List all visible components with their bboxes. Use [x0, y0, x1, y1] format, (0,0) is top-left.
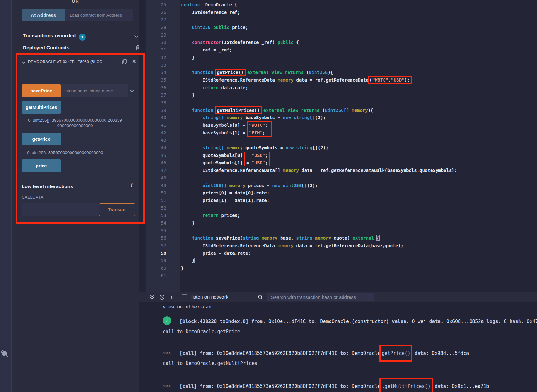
line-number: 59 — [150, 257, 166, 265]
terminal-log-line[interactable]: ✓[block:438228 txIndex:0] from: 0x10e...… — [163, 316, 537, 325]
call-badge-icon: CALL — [163, 381, 180, 388]
transactions-count-badge: 1 — [79, 34, 86, 41]
trash-icon[interactable] — [135, 45, 139, 51]
getprice-function-button[interactable]: getPrice — [22, 133, 61, 145]
terminal-log-line[interactable]: view on etherscan — [163, 304, 212, 310]
code-line: 27 — [139, 16, 537, 24]
deployed-contract-card: DEMOORACLE AT 0X47F...F8080 (BLOC ✕ save… — [18, 56, 138, 222]
line-number: 27 — [150, 16, 166, 24]
code-line: 25contract DemoOracle { — [139, 1, 537, 9]
code-line: 29 — [139, 31, 537, 39]
code-line: 49 uint256[] memory prices = new uint256… — [139, 182, 537, 190]
chevron-down-icon[interactable] — [134, 34, 139, 39]
transactions-recorded-row: Transactions recorded1 — [23, 33, 134, 40]
call-badge-icon: CALL — [163, 348, 180, 355]
line-number: 34 — [150, 69, 166, 77]
code-line: 47 IStdReference.ReferenceData[] memory … — [139, 167, 537, 174]
annotation-box: getPrice() — [215, 69, 246, 76]
annotation-box: "ETH"; — [247, 128, 272, 137]
load-contract-address-input[interactable] — [65, 9, 133, 21]
getmultiprices-output: 0: uint256[]: 39567000000000000000000,26… — [27, 118, 123, 128]
line-number: 39 — [150, 107, 166, 114]
line-number: 33 — [150, 62, 166, 69]
close-icon[interactable]: ✕ — [132, 58, 136, 64]
terminal-log-line[interactable]: CALL[call] from: 0x10e8ddeCA8185573e5926… — [163, 381, 489, 389]
line-number: 38 — [150, 99, 166, 107]
contract-instance-title: DEMOORACLE AT 0X47F...F8080 (BLOC — [28, 60, 108, 64]
contract-card-header[interactable]: DEMOORACLE AT 0X47F...F8080 (BLOC ✕ — [18, 59, 138, 66]
clear-console-icon[interactable] — [159, 294, 165, 300]
annotation-box: .getMultiPrices() — [379, 378, 433, 392]
listen-on-network-label: listen on network — [191, 294, 228, 300]
code-line: 54 } — [139, 220, 537, 227]
deploy-run-panel: OR At Address Transactions recorded1 Dep… — [12, 0, 139, 392]
code-line: 35 IStdReference.ReferenceData memory da… — [139, 77, 537, 84]
deployed-contracts-row: Deployed Contracts — [23, 45, 137, 52]
line-number: 45 — [150, 152, 166, 159]
info-icon[interactable]: i — [131, 182, 132, 188]
code-line: 36 return data.rate; — [139, 84, 537, 92]
code-line: 58 price = data.rate; — [139, 250, 537, 257]
divider — [22, 180, 123, 180]
code-line: 52 — [139, 205, 537, 212]
code-line: 28 uint256 public price; — [139, 24, 537, 31]
line-number: 37 — [150, 91, 166, 99]
getmultiprices-function-button[interactable]: getMultiPrices — [22, 101, 61, 114]
line-number: 61 — [150, 272, 166, 280]
code-line: 51 prices[1] = data[1].rate; — [139, 197, 537, 205]
success-check-icon: ✓ — [163, 316, 171, 325]
terminal-log[interactable]: view on etherscan ✓[block:438228 txIndex… — [139, 302, 537, 392]
line-number: 40 — [150, 114, 166, 122]
low-level-interactions-title: Low level interactions — [22, 184, 73, 189]
code-line: 26 IStdReference ref; — [139, 9, 537, 17]
code-line: 30 constructor(IStdReference _ref) publi… — [139, 39, 537, 46]
code-line: 59 } — [139, 257, 537, 265]
terminal-search-input[interactable] — [267, 293, 374, 301]
code-line: 38 — [139, 99, 537, 107]
code-line: 33 — [139, 62, 537, 69]
terminal-log-line[interactable]: CALL[call] from: 0x10e8ddeCA8185573e5926… — [163, 348, 469, 356]
chevron-down-icon[interactable] — [21, 60, 26, 65]
line-number: 32 — [150, 54, 166, 62]
at-address-button[interactable]: At Address — [22, 9, 65, 21]
remix-ide-window: OR At Address Transactions recorded1 Dep… — [0, 0, 537, 392]
transactions-recorded-label: Transactions recorded — [23, 33, 76, 38]
line-number: 54 — [150, 220, 166, 227]
code-line: 50 prices[0] = data[0].rate; — [139, 189, 537, 197]
terminal-log-line[interactable]: call to DemoOracle.getPrice — [163, 329, 240, 335]
line-number: 57 — [150, 242, 166, 250]
code-line: 43 — [139, 137, 537, 144]
saveprice-args-input[interactable] — [61, 84, 128, 97]
listen-on-network-checkbox[interactable] — [182, 294, 187, 300]
deployed-contracts-label: Deployed Contracts — [23, 45, 69, 50]
code-line: 45 quoteSymbols[0] = "USD"; — [139, 152, 537, 159]
line-number: 49 — [150, 182, 166, 190]
annotation-box: getMultiPrices() — [215, 106, 262, 114]
collapse-terminal-icon[interactable] — [150, 294, 154, 300]
code-line: 48 — [139, 174, 537, 182]
line-number: 30 — [150, 39, 166, 46]
plugin-manager-icon[interactable] — [0, 347, 11, 360]
code-line: 61 — [139, 272, 537, 280]
code-line: 56 function savePrice(string memory base… — [139, 234, 537, 242]
line-number: 35 — [150, 77, 166, 84]
transact-button[interactable]: Transact — [99, 203, 135, 216]
line-number: 28 — [150, 24, 166, 31]
line-number: 41 — [150, 122, 166, 129]
line-number: 25 — [150, 1, 166, 9]
code-line: 57 IStdReference.ReferenceData memory da… — [139, 242, 537, 250]
terminal-log-line[interactable]: call to DemoOracle.getMultiPrices — [163, 361, 257, 366]
line-number: 58 — [150, 250, 166, 257]
chevron-down-icon[interactable] — [129, 88, 134, 93]
code-line: 40 string[] memory baseSymbols = new str… — [139, 114, 537, 122]
saveprice-function-button[interactable]: savePrice — [22, 84, 61, 97]
code-editor[interactable]: 25contract DemoOracle {26 IStdReference … — [139, 0, 537, 292]
annotation-box: = "USD"; — [244, 158, 269, 166]
line-number: 51 — [150, 197, 166, 205]
copy-icon[interactable] — [122, 58, 128, 65]
code-area[interactable]: 25contract DemoOracle {26 IStdReference … — [139, 1, 537, 280]
line-number: 26 — [150, 9, 166, 17]
line-number: 29 — [150, 31, 166, 39]
price-function-button[interactable]: price — [22, 159, 61, 172]
calldata-input[interactable] — [22, 203, 99, 216]
